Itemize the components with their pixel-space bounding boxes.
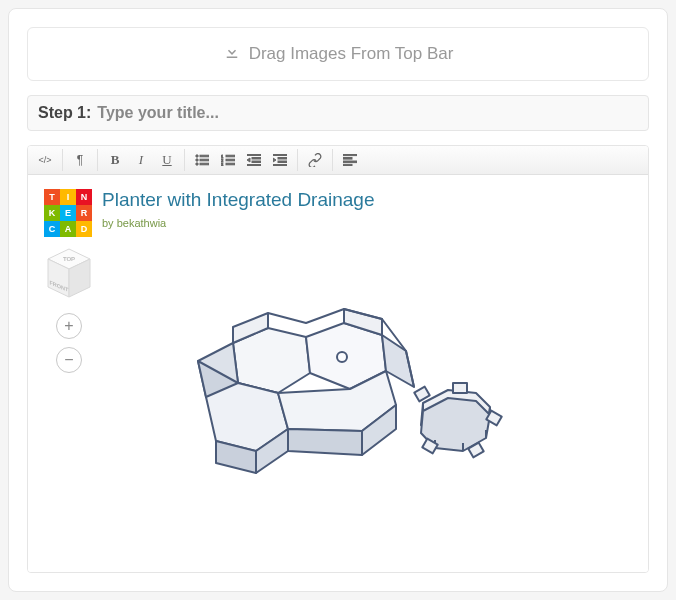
source-button[interactable]: </> [32, 149, 58, 171]
author-link[interactable]: bekathwia [117, 217, 167, 229]
svg-rect-16 [273, 154, 287, 156]
underline-button[interactable]: U [154, 149, 180, 171]
link-button[interactable] [302, 149, 328, 171]
minus-icon: − [64, 352, 73, 368]
logo-tile: A [60, 221, 76, 237]
editor-toolbar: </> ¶ B I U 123 [28, 146, 648, 175]
svg-rect-5 [200, 163, 209, 165]
bullet-list-icon [195, 154, 209, 166]
italic-button[interactable]: I [128, 149, 154, 171]
svg-point-4 [196, 163, 198, 165]
logo-tile: K [44, 205, 60, 221]
by-prefix: by [102, 217, 117, 229]
svg-rect-38 [414, 387, 429, 402]
svg-text:3: 3 [221, 162, 224, 167]
svg-rect-23 [343, 164, 352, 166]
step-prefix: Step 1: [38, 104, 91, 122]
align-button[interactable] [337, 149, 363, 171]
model-viewport[interactable] [138, 265, 558, 485]
svg-point-2 [196, 159, 198, 161]
svg-rect-15 [247, 165, 261, 167]
logo-tile: C [44, 221, 60, 237]
logo-tile: T [44, 189, 60, 205]
pilcrow-icon: ¶ [77, 153, 83, 167]
svg-rect-11 [226, 163, 235, 165]
svg-rect-19 [273, 165, 287, 167]
underline-icon: U [162, 152, 171, 168]
plus-icon: + [64, 318, 73, 334]
svg-rect-21 [343, 158, 352, 160]
indent-icon [273, 154, 287, 166]
viewer-controls: TOP FRONT + − [44, 247, 94, 373]
svg-point-48 [337, 352, 347, 362]
number-list-icon: 123 [221, 154, 235, 166]
logo-tile: I [60, 189, 76, 205]
code-icon: </> [38, 155, 51, 165]
link-icon [308, 153, 322, 167]
svg-point-0 [196, 155, 198, 157]
paragraph-button[interactable]: ¶ [67, 149, 93, 171]
zoom-out-button[interactable]: − [56, 347, 82, 373]
svg-rect-18 [278, 161, 287, 163]
tinkercad-logo: T I N K E R C A D [44, 189, 92, 237]
svg-rect-14 [252, 161, 261, 163]
editor-card: Drag Images From Top Bar Step 1: </> ¶ B… [8, 8, 668, 592]
rich-text-editor: </> ¶ B I U 123 [27, 145, 649, 573]
bold-icon: B [111, 152, 120, 168]
download-arrow-icon [223, 43, 241, 66]
bullet-list-button[interactable] [189, 149, 215, 171]
step-title-field[interactable]: Step 1: [27, 95, 649, 131]
embed-title: Planter with Integrated Drainage [102, 189, 375, 212]
svg-rect-12 [247, 154, 261, 156]
view-cube[interactable]: TOP FRONT [44, 247, 94, 305]
outdent-button[interactable] [241, 149, 267, 171]
cube-icon: TOP FRONT [44, 247, 94, 305]
number-list-button[interactable]: 123 [215, 149, 241, 171]
svg-rect-1 [200, 155, 209, 157]
planter-3d-model [138, 265, 558, 485]
svg-text:TOP: TOP [63, 256, 75, 262]
svg-rect-36 [453, 383, 467, 393]
italic-icon: I [139, 152, 143, 168]
indent-button[interactable] [267, 149, 293, 171]
logo-tile: R [76, 205, 92, 221]
svg-rect-22 [343, 161, 357, 163]
svg-rect-7 [226, 155, 235, 157]
embed-author-line: by bekathwia [102, 217, 375, 229]
svg-marker-53 [288, 429, 362, 455]
align-icon [343, 154, 357, 166]
logo-tile: N [76, 189, 92, 205]
drop-zone-label: Drag Images From Top Bar [249, 44, 454, 64]
editor-content-area[interactable]: T I N K E R C A D Planter with Integrate… [28, 175, 648, 572]
svg-rect-13 [252, 158, 261, 160]
zoom-in-button[interactable]: + [56, 313, 82, 339]
logo-tile: E [60, 205, 76, 221]
svg-rect-17 [278, 158, 287, 160]
image-drop-zone[interactable]: Drag Images From Top Bar [27, 27, 649, 81]
step-title-input[interactable] [97, 104, 638, 122]
svg-rect-3 [200, 159, 209, 161]
tinkercad-embed-header: T I N K E R C A D Planter with Integrate… [44, 189, 632, 237]
svg-rect-9 [226, 159, 235, 161]
logo-tile: D [76, 221, 92, 237]
outdent-icon [247, 154, 261, 166]
bold-button[interactable]: B [102, 149, 128, 171]
svg-rect-20 [343, 154, 357, 156]
